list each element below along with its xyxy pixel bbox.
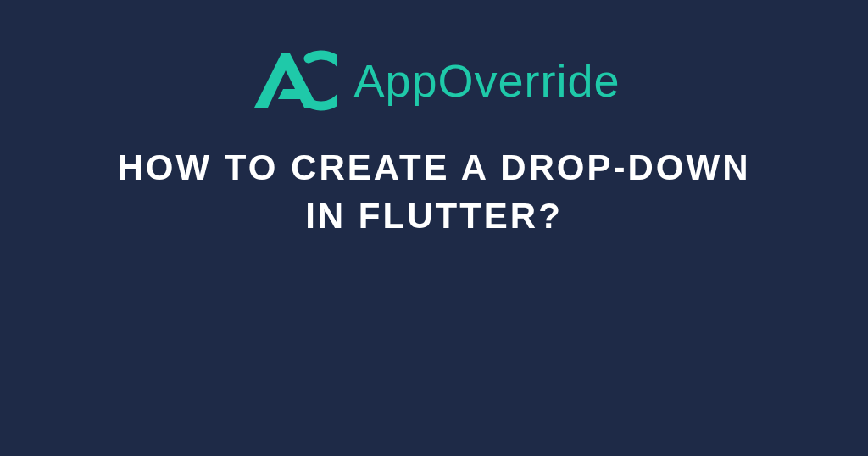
logo-text: AppOverride xyxy=(353,54,620,107)
page-title: HOW TO CREATE A DROP-DOWN IN FLUTTER? xyxy=(103,144,765,240)
logo-icon xyxy=(248,47,337,114)
logo-block: AppOverride xyxy=(248,47,620,114)
